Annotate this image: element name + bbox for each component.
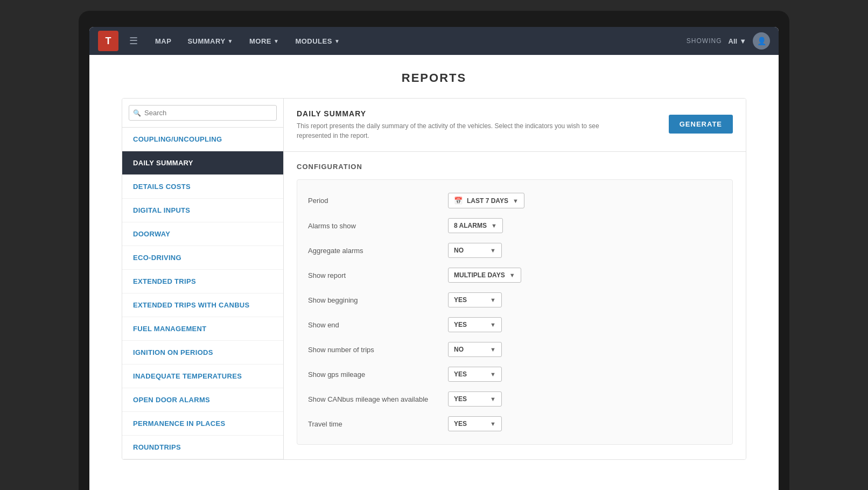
search-wrapper: 🔍 — [129, 105, 277, 121]
config-row-alarms-show: Alarms to show 8 ALARMS ▼ — [308, 218, 722, 233]
alarms-show-control: 8 ALARMS ▼ — [448, 218, 503, 233]
config-title: CONFIGURATION — [297, 163, 733, 171]
config-section: CONFIGURATION Period 📅 LAST 7 DAYS ▼ — [284, 152, 746, 456]
top-nav: T ☰ MAP SUMMARY ▼ MORE ▼ MODULES ▼ SHOWI… — [89, 27, 779, 55]
num-trips-label: Show number of trips — [308, 346, 448, 354]
show-end-select[interactable]: YES ▼ — [448, 317, 502, 332]
sidebar-item-details-costs[interactable]: DETAILS COSTS — [122, 175, 283, 199]
canbus-mileage-arrow: ▼ — [490, 396, 496, 402]
nav-items: MAP SUMMARY ▼ MORE ▼ MODULES ▼ — [149, 34, 676, 48]
sidebar-item-roundtrips[interactable]: ROUNDTRIPS — [122, 436, 283, 459]
sidebar-item-extended-trips[interactable]: EXTENDED TRIPS — [122, 270, 283, 293]
showing-value-dropdown[interactable]: All ▼ — [729, 37, 747, 45]
device-frame: T ☰ MAP SUMMARY ▼ MORE ▼ MODULES ▼ SHOWI… — [79, 11, 789, 490]
nav-more[interactable]: MORE ▼ — [243, 34, 285, 48]
config-row-aggregate: Aggregate alarms NO ▼ — [308, 243, 722, 258]
avatar[interactable]: 👤 — [753, 32, 770, 50]
canbus-mileage-select[interactable]: YES ▼ — [448, 391, 502, 407]
period-select[interactable]: 📅 LAST 7 DAYS ▼ — [448, 193, 524, 208]
sidebar: 🔍 COUPLING/UNCOUPLING DAILY SUMMARY DETA… — [122, 99, 284, 459]
sidebar-item-extended-trips-canbus[interactable]: EXTENDED TRIPS WITH CANBUS — [122, 293, 283, 317]
config-row-canbus-mileage: Show CANbus mileage when available YES ▼ — [308, 391, 722, 407]
sidebar-item-doorway[interactable]: DOORWAY — [122, 222, 283, 246]
gps-mileage-arrow: ▼ — [490, 371, 496, 377]
search-input[interactable] — [129, 105, 277, 121]
sidebar-item-inadequate-temps[interactable]: INADEQUATE TEMPERATURES — [122, 365, 283, 388]
period-dropdown-arrow: ▼ — [513, 198, 519, 204]
sidebar-item-permanence[interactable]: PERMANENCE IN PLACES — [122, 412, 283, 436]
more-arrow: ▼ — [274, 38, 279, 44]
generate-button[interactable]: GENERATE — [669, 115, 733, 134]
summary-arrow: ▼ — [228, 38, 233, 44]
sidebar-item-coupling[interactable]: COUPLING/UNCOUPLING — [122, 128, 283, 151]
num-trips-arrow: ▼ — [490, 346, 496, 353]
num-trips-control: NO ▼ — [448, 342, 502, 357]
modules-arrow: ▼ — [334, 38, 340, 44]
config-row-travel-time: Travel time YES ▼ — [308, 416, 722, 431]
config-row-num-trips: Show number of trips NO ▼ — [308, 342, 722, 357]
show-beginning-label: Show beggining — [308, 296, 448, 304]
aggregate-select[interactable]: NO ▼ — [448, 243, 502, 258]
travel-time-control: YES ▼ — [448, 416, 502, 431]
canbus-mileage-label: Show CANbus mileage when available — [308, 395, 448, 403]
calendar-icon: 📅 — [454, 197, 463, 205]
config-inner: Period 📅 LAST 7 DAYS ▼ — [297, 179, 733, 445]
travel-time-arrow: ▼ — [490, 421, 496, 427]
search-icon: 🔍 — [133, 109, 141, 117]
sidebar-item-fuel-management[interactable]: FUEL MANAGEMENT — [122, 317, 283, 341]
period-control: 📅 LAST 7 DAYS ▼ — [448, 193, 524, 208]
main-content: REPORTS 🔍 COUPLING/UNCOUPLING DAILY SUMM… — [89, 55, 779, 490]
show-report-arrow: ▼ — [509, 272, 515, 278]
showing-label: SHOWING — [687, 37, 722, 45]
report-header: DAILY SUMMARY This report presents the d… — [284, 99, 746, 152]
travel-time-select[interactable]: YES ▼ — [448, 416, 502, 431]
nav-summary[interactable]: SUMMARY ▼ — [181, 34, 240, 48]
num-trips-select[interactable]: NO ▼ — [448, 342, 502, 357]
show-report-select[interactable]: MULTIPLE DAYS ▼ — [448, 268, 521, 283]
sidebar-item-ignition[interactable]: IGNITION ON PERIODS — [122, 341, 283, 365]
report-title: DAILY SUMMARY — [297, 109, 620, 118]
canbus-mileage-control: YES ▼ — [448, 391, 502, 407]
logo: T — [98, 31, 118, 51]
nav-right: SHOWING All ▼ 👤 — [687, 32, 770, 50]
report-panel: DAILY SUMMARY This report presents the d… — [284, 99, 746, 459]
alarms-show-arrow: ▼ — [491, 222, 497, 229]
config-row-show-end: Show end YES ▼ — [308, 317, 722, 332]
aggregate-control: NO ▼ — [448, 243, 502, 258]
sidebar-item-eco-driving[interactable]: ECO-DRIVING — [122, 246, 283, 270]
search-box: 🔍 — [122, 99, 283, 128]
aggregate-label: Aggregate alarms — [308, 247, 448, 255]
sidebar-list: COUPLING/UNCOUPLING DAILY SUMMARY DETAIL… — [122, 128, 283, 459]
config-row-show-beginning: Show beggining YES ▼ — [308, 292, 722, 307]
show-end-control: YES ▼ — [448, 317, 502, 332]
gps-mileage-label: Show gps mileage — [308, 370, 448, 379]
gps-mileage-control: YES ▼ — [448, 367, 502, 382]
aggregate-arrow: ▼ — [490, 247, 496, 254]
gps-mileage-select[interactable]: YES ▼ — [448, 367, 502, 382]
sidebar-item-daily-summary[interactable]: DAILY SUMMARY — [122, 151, 283, 175]
show-end-arrow: ▼ — [490, 321, 496, 328]
alarms-show-label: Alarms to show — [308, 222, 448, 230]
config-row-gps-mileage: Show gps mileage YES ▼ — [308, 367, 722, 382]
show-beginning-select[interactable]: YES ▼ — [448, 292, 502, 307]
show-report-label: Show report — [308, 271, 448, 279]
sidebar-item-digital-inputs[interactable]: DIGITAL INPUTS — [122, 199, 283, 222]
travel-time-label: Travel time — [308, 420, 448, 428]
content-area: 🔍 COUPLING/UNCOUPLING DAILY SUMMARY DETA… — [122, 98, 746, 460]
show-end-label: Show end — [308, 321, 448, 329]
nav-map[interactable]: MAP — [149, 34, 178, 48]
report-header-text: DAILY SUMMARY This report presents the d… — [297, 109, 620, 141]
show-report-control: MULTIPLE DAYS ▼ — [448, 268, 521, 283]
show-beginning-arrow: ▼ — [490, 297, 496, 303]
config-row-period: Period 📅 LAST 7 DAYS ▼ — [308, 193, 722, 208]
nav-modules[interactable]: MODULES ▼ — [289, 34, 346, 48]
hamburger-icon[interactable]: ☰ — [129, 35, 138, 47]
config-row-show-report: Show report MULTIPLE DAYS ▼ — [308, 268, 722, 283]
page-title: REPORTS — [122, 71, 746, 85]
report-description: This report presents the daily summary o… — [297, 121, 620, 141]
app-window: T ☰ MAP SUMMARY ▼ MORE ▼ MODULES ▼ SHOWI… — [89, 27, 779, 490]
show-beginning-control: YES ▼ — [448, 292, 502, 307]
sidebar-item-open-door[interactable]: OPEN DOOR ALARMS — [122, 388, 283, 412]
period-label: Period — [308, 197, 448, 205]
alarms-show-select[interactable]: 8 ALARMS ▼ — [448, 218, 503, 233]
